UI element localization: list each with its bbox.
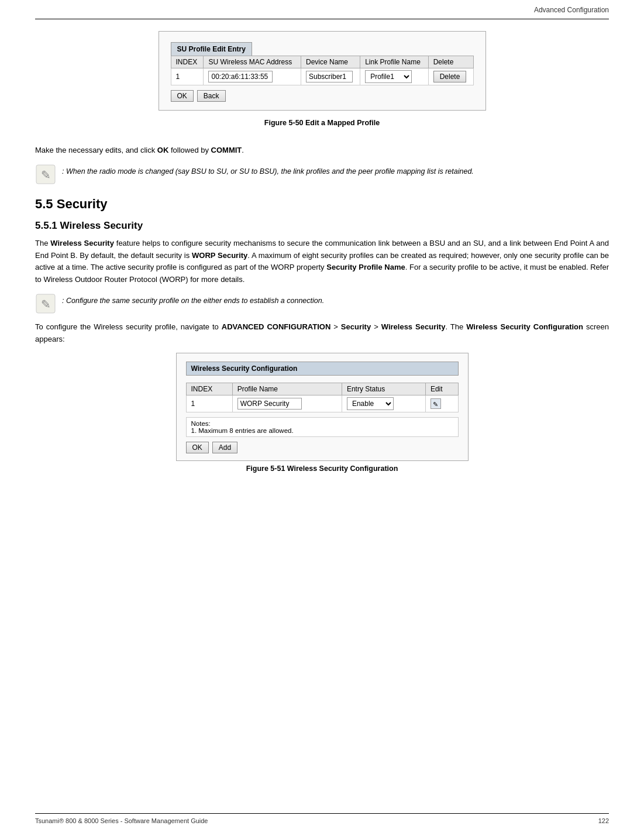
col-device-name: Device Name [301, 56, 360, 68]
page-footer: Tsunami® 800 & 8000 Series - Software Ma… [35, 813, 609, 824]
nav-bold4: Wireless Security Configuration [466, 322, 583, 331]
body-text2: followed by [168, 146, 211, 154]
note-1-icon: ✎ [35, 164, 56, 185]
device-name-input[interactable] [306, 71, 353, 82]
body-ok: OK [157, 146, 169, 154]
figure-50-table: INDEX SU Wireless MAC Address Device Nam… [171, 56, 474, 85]
ws-bold2: WORP Security [192, 251, 247, 260]
figure-50-caption: Figure 5-50 Edit a Mapped Profile [264, 119, 380, 127]
ok-button-fig50[interactable]: OK [171, 90, 194, 102]
note-2-icon: ✎ [35, 293, 56, 314]
content-body: SU Profile Edit Entry INDEX SU Wireless … [35, 31, 609, 483]
wsc-notes-title: Notes: [191, 420, 453, 427]
footer-left: Tsunami® 800 & 8000 Series - Software Ma… [35, 817, 208, 824]
note-1: ✎ : When the radio mode is changed (say … [35, 164, 609, 185]
nav-text2: > [330, 322, 341, 331]
nav-bold2: Security [341, 322, 371, 331]
section-551-heading: 5.5.1 Wireless Security [35, 220, 609, 232]
nav-bold1: ADVANCED CONFIGURATION [222, 322, 331, 331]
wsc-col-index: INDEX [186, 383, 232, 395]
back-button-fig50[interactable]: Back [197, 90, 226, 102]
wsc-cell-status: Enable Disable [342, 395, 425, 412]
col-link-profile: Link Profile Name [360, 56, 428, 68]
ws-bold3: Security Profile Name [326, 263, 405, 271]
header-title: Advanced Configuration [534, 6, 609, 14]
profile-select[interactable]: Profile1 [365, 70, 412, 83]
navigate-paragraph: To configure the Wireless security profi… [35, 321, 609, 346]
table-row: 1 Profile1 [171, 68, 473, 85]
svg-text:✎: ✎ [41, 168, 51, 181]
body-text3: . [242, 146, 244, 154]
wireless-security-para: The Wireless Security feature helps to c… [35, 238, 609, 286]
nav-text1: To configure the Wireless security profi… [35, 322, 222, 331]
add-button-fig51[interactable]: Add [212, 442, 237, 453]
wsc-notes: Notes: 1. Maximum 8 entries are allowed. [186, 417, 459, 437]
wsc-status-select[interactable]: Enable Disable [347, 397, 394, 410]
wsc-col-edit: Edit [425, 383, 458, 395]
note-2: ✎ : Configure the same security profile … [35, 293, 609, 314]
wsc-edit-icon[interactable]: ✎ [431, 398, 441, 409]
cell-mac [204, 68, 301, 85]
figure-50-title: SU Profile Edit Entry [171, 42, 252, 56]
wsc-notes-item-1: 1. Maximum 8 entries are allowed. [191, 427, 453, 434]
body-commit: COMMIT [211, 146, 242, 154]
figure-51-title: Wireless Security Configuration [186, 362, 459, 376]
figure-51-buttons: OK Add [186, 442, 459, 453]
body-text1: Make the necessary edits, and click [35, 146, 157, 154]
wsc-col-status: Entry Status [342, 383, 425, 395]
nav-bold3: Wireless Security [381, 322, 446, 331]
wsc-cell-edit: ✎ [425, 395, 458, 412]
figure-51-table: INDEX Profile Name Entry Status Edit 1 [186, 383, 459, 412]
cell-delete: Delete [428, 68, 473, 85]
note-1-text: : When the radio mode is changed (say BS… [62, 164, 474, 177]
nav-text4: . The [445, 322, 466, 331]
wsc-col-profile: Profile Name [232, 383, 342, 395]
footer-right: 122 [598, 817, 609, 824]
figure-50-container: SU Profile Edit Entry INDEX SU Wireless … [35, 31, 609, 137]
ws-para1: The [35, 239, 50, 247]
figure-51-box: Wireless Security Configuration INDEX Pr… [176, 353, 469, 461]
page-container: Advanced Configuration SU Profile Edit E… [0, 0, 644, 836]
page-header: Advanced Configuration [35, 0, 609, 19]
wsc-cell-index: 1 [186, 395, 232, 412]
note-2-text: : Configure the same security profile on… [62, 293, 324, 307]
wsc-cell-profile [232, 395, 342, 412]
col-mac: SU Wireless MAC Address [204, 56, 301, 68]
cell-device-name [301, 68, 360, 85]
wsc-table-row: 1 Enable Disable ✎ [186, 395, 458, 412]
svg-text:✎: ✎ [41, 298, 51, 311]
figure-50-box: SU Profile Edit Entry INDEX SU Wireless … [159, 31, 486, 111]
cell-index: 1 [171, 68, 204, 85]
section-55-title: Security [57, 197, 108, 211]
cell-profile: Profile1 [360, 68, 428, 85]
wsc-profile-input[interactable] [237, 398, 302, 410]
figure-50-buttons: OK Back [171, 90, 474, 102]
figure-51-caption: Figure 5-51 Wireless Security Configurat… [246, 465, 398, 473]
section-551-number: 5.5.1 [35, 220, 57, 231]
figure-51-container: Wireless Security Configuration INDEX Pr… [35, 353, 609, 483]
body-paragraph-1: Make the necessary edits, and click OK f… [35, 145, 609, 157]
col-delete: Delete [428, 56, 473, 68]
delete-button[interactable]: Delete [433, 71, 467, 82]
ok-button-fig51[interactable]: OK [186, 442, 209, 453]
mac-input[interactable] [208, 71, 273, 82]
section-551-title: Wireless Security [60, 220, 143, 231]
nav-text3: > [371, 322, 381, 331]
section-55-heading: 5.5 Security [35, 197, 609, 212]
col-index: INDEX [171, 56, 204, 68]
section-55-number: 5.5 [35, 197, 53, 211]
ws-bold1: Wireless Security [50, 239, 114, 247]
